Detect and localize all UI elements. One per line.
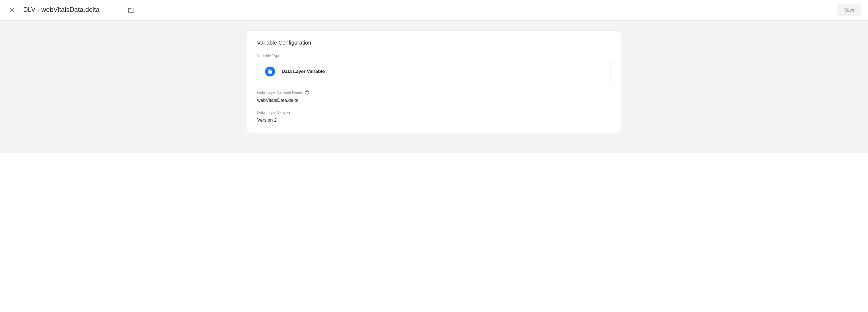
dlv-name-label: Data Layer Variable Name [257, 90, 611, 95]
content-area: Variable Configuration Variable Type Dat… [0, 21, 868, 153]
close-button[interactable] [7, 5, 18, 16]
save-button[interactable]: Save [837, 4, 861, 16]
folder-button[interactable] [126, 5, 136, 15]
help-icon[interactable] [305, 90, 309, 95]
data-layer-variable-icon [265, 67, 275, 76]
variable-type-selector[interactable]: Data Layer Variable [257, 61, 611, 82]
config-card: Variable Configuration Variable Type Dat… [247, 31, 621, 133]
svg-point-3 [307, 93, 307, 94]
dlv-name-label-text: Data Layer Variable Name [257, 90, 302, 95]
dlv-version-label: Data Layer Version [257, 110, 611, 115]
variable-type-name: Data Layer Variable [282, 69, 325, 74]
dlv-version-value: Version 2 [257, 118, 611, 123]
title-wrap [23, 5, 832, 16]
variable-name-input[interactable] [23, 5, 122, 16]
card-title: Variable Configuration [257, 40, 611, 46]
folder-icon [128, 7, 135, 14]
dlv-name-value: webVitalsData.delta [257, 98, 611, 103]
variable-type-label: Variable Type [257, 54, 611, 58]
close-icon [9, 7, 16, 13]
header-bar: Save [0, 0, 868, 21]
